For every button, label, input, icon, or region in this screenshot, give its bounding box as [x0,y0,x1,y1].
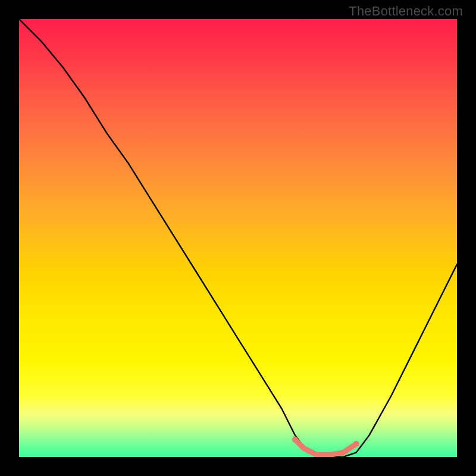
chart-frame: TheBottleneck.com [0,0,476,476]
plot-area [19,19,457,457]
chart-svg [19,19,457,457]
valley-highlight-dot-start [292,437,298,443]
bottleneck-curve-path [19,19,457,457]
watermark-label: TheBottleneck.com [349,4,463,19]
valley-highlight-path [295,440,356,455]
valley-highlight-dot-end [353,441,359,447]
